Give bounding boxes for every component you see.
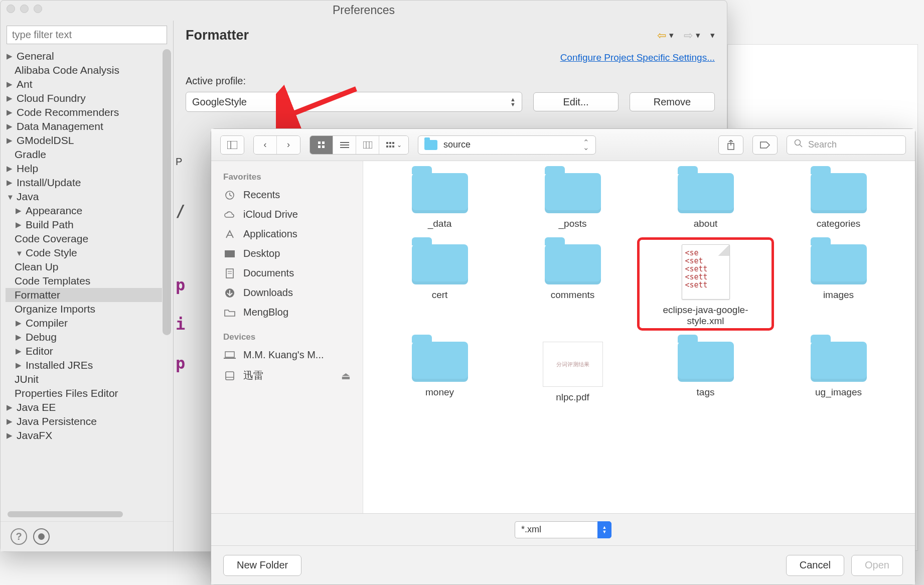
file-item[interactable]: categories: [777, 173, 900, 229]
sidebar-toggle-icon[interactable]: [221, 136, 244, 154]
tree-item[interactable]: Formatter: [6, 288, 162, 302]
view-mode-buttons[interactable]: ⌄: [310, 135, 409, 155]
chevron-right-icon[interactable]: ▶: [7, 403, 15, 412]
hscrollbar-thumb[interactable]: [8, 511, 123, 517]
chevron-right-icon[interactable]: ▶: [7, 164, 15, 173]
icon-view-icon[interactable]: [310, 136, 333, 154]
tree-item[interactable]: ▶Java EE: [6, 400, 162, 414]
profile-select[interactable]: GoogleStyle ▲▼: [186, 92, 522, 112]
chevron-right-icon[interactable]: ▶: [16, 206, 24, 215]
back-icon[interactable]: ⇦: [657, 29, 666, 42]
tags-button[interactable]: [752, 135, 778, 155]
finder-sidebar-item[interactable]: Downloads: [211, 283, 363, 303]
scrollbar-thumb[interactable]: [163, 49, 171, 335]
tree-item[interactable]: ▶GModelDSL: [6, 133, 162, 148]
file-item[interactable]: _posts: [511, 173, 634, 229]
preferences-tree[interactable]: ▶GeneralAlibaba Code Analysis▶Ant▶Cloud …: [1, 49, 173, 508]
tree-item[interactable]: ▶Installed JREs: [6, 358, 162, 372]
tree-item[interactable]: ▶Appearance: [6, 204, 162, 218]
forward-button[interactable]: ›: [277, 136, 300, 154]
finder-sidebar-item[interactable]: Applications: [211, 224, 363, 244]
finder-sidebar-item[interactable]: Documents: [211, 263, 363, 283]
chevron-right-icon[interactable]: ▶: [16, 220, 24, 229]
remove-button[interactable]: Remove: [630, 92, 715, 111]
chevron-right-icon[interactable]: ▶: [7, 52, 15, 61]
chevron-right-icon[interactable]: ▶: [7, 136, 15, 145]
tree-item[interactable]: ▼Code Style: [6, 246, 162, 260]
tree-item[interactable]: ▼Java: [6, 190, 162, 204]
tree-item[interactable]: ▶Debug: [6, 330, 162, 344]
file-item[interactable]: ug_images: [777, 342, 900, 403]
file-grid-area[interactable]: _data_postsaboutcategoriescertcomments<s…: [363, 161, 915, 513]
cancel-button[interactable]: Cancel: [786, 555, 844, 576]
file-item[interactable]: about: [644, 173, 767, 229]
finder-sidebar-item[interactable]: Desktop: [211, 244, 363, 263]
tree-item[interactable]: Properties Files Editor: [6, 386, 162, 400]
file-item[interactable]: comments: [511, 244, 634, 327]
finder-sidebar-item[interactable]: Recents: [211, 185, 363, 205]
chevron-right-icon[interactable]: ▶: [7, 108, 15, 117]
finder-sidebar-item[interactable]: M.M. Kuang's M...: [211, 345, 363, 365]
tree-item[interactable]: ▶Compiler: [6, 316, 162, 330]
tree-item[interactable]: ▶Editor: [6, 344, 162, 358]
tree-item[interactable]: Alibaba Code Analysis: [6, 63, 162, 77]
list-view-icon[interactable]: [333, 136, 356, 154]
file-item[interactable]: 分词评测结果nlpc.pdf: [511, 342, 634, 403]
finder-sidebar-item[interactable]: iCloud Drive: [211, 205, 363, 224]
filter-input[interactable]: [7, 26, 167, 44]
chevron-down-icon[interactable]: ▼: [7, 193, 15, 201]
tree-item[interactable]: ▶Install/Update: [6, 176, 162, 190]
tree-item[interactable]: ▶Code Recommenders: [6, 105, 162, 119]
column-view-icon[interactable]: [356, 136, 379, 154]
file-item[interactable]: cert: [378, 244, 501, 327]
tree-item[interactable]: ▶Data Management: [6, 119, 162, 133]
tree-item[interactable]: ▶Java Persistence: [6, 414, 162, 428]
tree-item[interactable]: ▶Build Path: [6, 218, 162, 232]
file-item[interactable]: money: [378, 342, 501, 403]
chevron-right-icon[interactable]: ▶: [16, 319, 24, 328]
configure-project-link[interactable]: Configure Project Specific Settings...: [186, 52, 715, 63]
tree-item[interactable]: JUnit: [6, 372, 162, 386]
open-button[interactable]: Open: [851, 555, 903, 576]
back-button[interactable]: ‹: [254, 136, 277, 154]
new-folder-button[interactable]: New Folder: [223, 555, 301, 576]
file-item[interactable]: images: [777, 244, 900, 327]
file-item[interactable]: _data: [378, 173, 501, 229]
chevron-right-icon[interactable]: ▶: [7, 417, 15, 426]
chevron-right-icon[interactable]: ▶: [16, 347, 24, 356]
chevron-right-icon[interactable]: ▶: [7, 431, 15, 440]
chevron-right-icon[interactable]: ▶: [7, 122, 15, 131]
filter-dropdown-icon[interactable]: ▲▼: [597, 521, 611, 538]
chevron-right-icon[interactable]: ▶: [7, 80, 15, 89]
back-menu-icon[interactable]: ▾: [669, 30, 674, 41]
file-type-filter[interactable]: *.xml: [515, 521, 597, 538]
chevron-right-icon[interactable]: ▶: [16, 361, 24, 370]
tree-scrollbar[interactable]: [163, 49, 171, 508]
tree-item[interactable]: ▶Cloud Foundry: [6, 91, 162, 105]
path-selector[interactable]: source ⌃⌄: [418, 135, 596, 155]
tree-item[interactable]: Organize Imports: [6, 302, 162, 316]
tree-item[interactable]: Clean Up: [6, 260, 162, 274]
sidebar-toggle[interactable]: [220, 135, 244, 155]
edit-button[interactable]: Edit...: [533, 92, 619, 111]
help-icon[interactable]: ?: [11, 528, 27, 545]
nav-buttons[interactable]: ‹ ›: [253, 135, 300, 155]
search-field[interactable]: Search: [787, 135, 906, 155]
tree-item[interactable]: Code Templates: [6, 274, 162, 288]
horizontal-scrollbar[interactable]: [8, 511, 166, 518]
file-item[interactable]: tags: [644, 342, 767, 403]
view-menu-icon[interactable]: ▾: [710, 30, 715, 41]
record-icon[interactable]: [33, 528, 50, 545]
chevron-right-icon[interactable]: ▶: [7, 94, 15, 103]
tree-item[interactable]: Code Coverage: [6, 232, 162, 246]
tree-item[interactable]: ▶General: [6, 49, 162, 63]
finder-sidebar-item[interactable]: 迅雷⏏: [211, 365, 363, 386]
eject-icon[interactable]: ⏏: [341, 370, 351, 382]
finder-sidebar-item[interactable]: MengBlog: [211, 303, 363, 322]
share-button[interactable]: [718, 135, 743, 155]
tree-item[interactable]: ▶JavaFX: [6, 428, 162, 443]
tree-item[interactable]: ▶Help: [6, 162, 162, 176]
chevron-down-icon[interactable]: ▼: [16, 249, 24, 257]
gallery-view-icon[interactable]: ⌄: [379, 136, 408, 154]
chevron-right-icon[interactable]: ▶: [7, 178, 15, 187]
